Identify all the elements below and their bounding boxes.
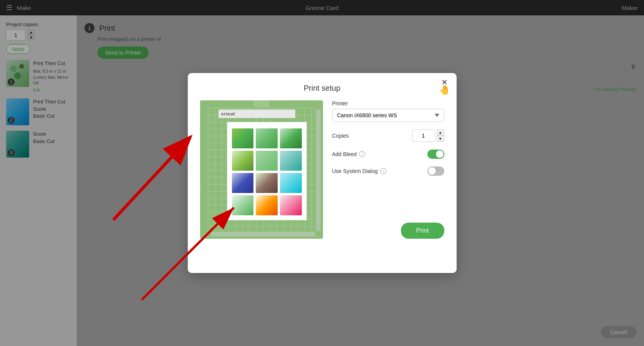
- gnome-image-grid: [227, 122, 306, 220]
- gnome-cell-10: [232, 195, 254, 215]
- modal-close-button[interactable]: ✕🤚: [439, 78, 450, 95]
- modal-overlay: Print setup ✕🤚 cricut: [0, 0, 644, 346]
- gnome-cell-12: [280, 195, 302, 215]
- mat-top-handle: [254, 100, 269, 107]
- gnome-cell-1: [232, 128, 254, 148]
- printer-label: Printer: [332, 100, 444, 106]
- add-bleed-row: Add Bleed i: [332, 150, 444, 159]
- gnome-cell-2: [256, 128, 278, 148]
- gnome-cell-4: [232, 151, 254, 171]
- modal-body: cricut: [200, 100, 444, 239]
- use-system-dialog-toggle-knob: [428, 167, 436, 175]
- copies-down-spinner-btn[interactable]: ▼: [437, 136, 444, 142]
- add-bleed-info-icon[interactable]: i: [359, 151, 365, 157]
- gnome-cell-8: [256, 173, 278, 193]
- printer-form-row: Printer Canon iX6800 series WS Microsoft…: [332, 100, 444, 122]
- gnome-cell-7: [232, 173, 254, 193]
- use-system-dialog-info-icon[interactable]: i: [380, 168, 386, 174]
- use-system-dialog-toggle[interactable]: [427, 166, 444, 176]
- gnome-cell-6: [280, 151, 302, 171]
- copies-number-input[interactable]: [412, 130, 435, 142]
- print-setup-modal: Print setup ✕🤚 cricut: [188, 73, 457, 273]
- copies-number-spinner: ▲ ▼: [437, 130, 444, 142]
- use-system-dialog-label-group: Use System Dialog i: [332, 168, 386, 174]
- printer-select[interactable]: Canon iX6800 series WS Microsoft Print t…: [332, 109, 444, 122]
- add-bleed-toggle-knob: [436, 150, 444, 158]
- add-bleed-toggle[interactable]: [427, 150, 444, 159]
- cricut-logo-text: cricut: [222, 111, 235, 116]
- modal-title: Print setup: [200, 84, 444, 93]
- modal-right-panel: Printer Canon iX6800 series WS Microsoft…: [332, 100, 444, 239]
- add-bleed-label-group: Add Bleed i: [332, 151, 366, 157]
- use-system-dialog-label: Use System Dialog: [332, 168, 378, 174]
- copies-form-row: Copies ▲ ▼: [332, 130, 444, 142]
- copies-label: Copies: [332, 133, 349, 139]
- cricut-logo-bar: cricut: [219, 110, 295, 118]
- mat-preview: cricut: [200, 100, 323, 239]
- use-system-dialog-row: Use System Dialog i: [332, 166, 444, 176]
- add-bleed-label: Add Bleed: [332, 151, 357, 157]
- gnome-cell-3: [280, 128, 302, 148]
- print-preview: cricut: [200, 100, 323, 239]
- copies-up-spinner-btn[interactable]: ▲: [437, 130, 444, 136]
- paper-sheet: [227, 122, 307, 220]
- gnome-cell-5: [256, 151, 278, 171]
- print-button[interactable]: Print: [401, 223, 444, 239]
- gnome-cell-9: [280, 173, 302, 193]
- gnome-cell-11: [256, 195, 278, 215]
